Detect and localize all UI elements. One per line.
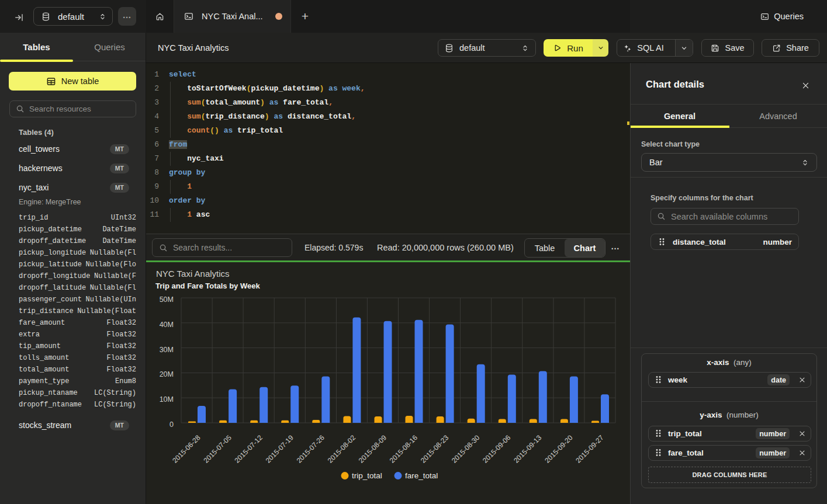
svg-text:2015-08-16: 2015-08-16 <box>388 433 420 465</box>
svg-text:2015-09-13: 2015-09-13 <box>512 433 544 465</box>
svg-text:2015-08-02: 2015-08-02 <box>326 433 358 465</box>
svg-text:2015-07-26: 2015-07-26 <box>295 433 327 465</box>
svg-text:2015-08-23: 2015-08-23 <box>419 433 451 465</box>
svg-text:2015-06-28: 2015-06-28 <box>171 433 202 465</box>
svg-text:trip_total: trip_total <box>352 471 382 480</box>
svg-text:50M: 50M <box>160 296 174 304</box>
svg-text:40M: 40M <box>160 321 174 329</box>
svg-text:20M: 20M <box>160 370 174 378</box>
svg-text:2015-07-05: 2015-07-05 <box>202 433 233 465</box>
svg-text:2015-07-12: 2015-07-12 <box>233 433 265 465</box>
svg-text:2015-09-06: 2015-09-06 <box>481 433 513 465</box>
svg-text:fare_total: fare_total <box>405 471 438 480</box>
svg-text:2015-09-20: 2015-09-20 <box>543 433 575 465</box>
svg-text:30M: 30M <box>160 346 174 354</box>
svg-text:2015-09-27: 2015-09-27 <box>574 433 605 465</box>
svg-text:2015-07-19: 2015-07-19 <box>264 433 296 465</box>
svg-text:10M: 10M <box>160 395 174 404</box>
svg-text:2015-08-30: 2015-08-30 <box>450 433 482 465</box>
svg-text:2015-08-09: 2015-08-09 <box>357 433 389 465</box>
svg-text:0: 0 <box>169 420 174 429</box>
